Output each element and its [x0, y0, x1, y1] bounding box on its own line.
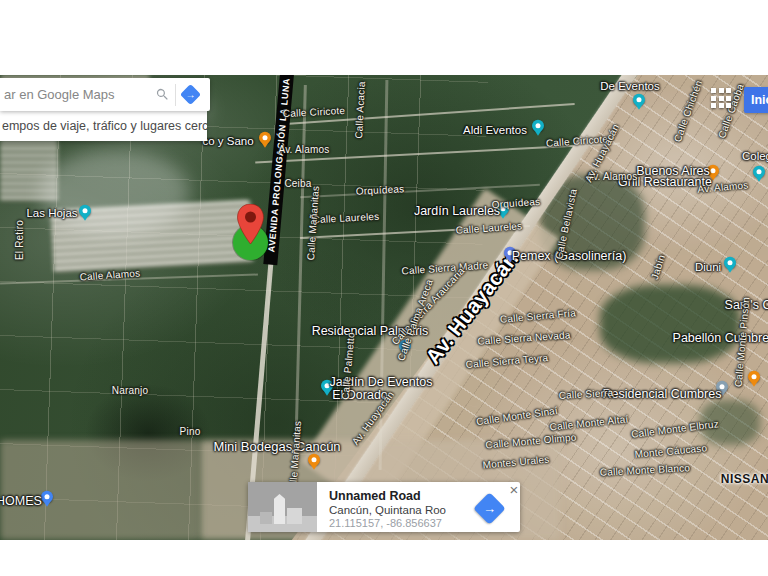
- search-divider: [175, 84, 176, 106]
- school-pin-icon[interactable]: [724, 257, 736, 269]
- event-venue-pin-icon[interactable]: [321, 380, 333, 392]
- thumbnail-building-shape: [287, 508, 302, 524]
- shopping-pin-icon[interactable]: [41, 491, 53, 503]
- residential-pin-icon[interactable]: [716, 381, 728, 393]
- street-view-thumbnail[interactable]: [248, 482, 317, 532]
- thumbnail-building-shape: [274, 494, 285, 524]
- google-apps-grid-icon[interactable]: [711, 88, 731, 108]
- search-box: →: [0, 78, 210, 111]
- google-maps-window: AVENIDA PROLONGACIÓN LA LUNA Av. Huayacá…: [0, 0, 768, 576]
- restaurant-pin-icon[interactable]: [748, 371, 760, 383]
- event-venue-pin-icon[interactable]: [497, 203, 509, 215]
- search-input[interactable]: [0, 87, 155, 102]
- search-icon[interactable]: [155, 87, 170, 102]
- card-directions-arrow-icon: →: [483, 502, 496, 515]
- suggestion-text: empos de viaje, tráfico y lugares cercan…: [0, 119, 207, 133]
- restaurant-pin-icon[interactable]: [259, 132, 271, 144]
- map-texture-trees: [700, 400, 760, 445]
- event-venue-pin-icon[interactable]: [633, 94, 645, 106]
- shopping-pin-icon[interactable]: [399, 340, 411, 352]
- directions-arrow-icon: →: [186, 90, 196, 100]
- directions-button[interactable]: →: [180, 84, 201, 105]
- travel-times-suggestion: empos de viaje, tráfico y lugares cercan…: [0, 111, 207, 141]
- sign-in-button[interactable]: Inic: [744, 87, 768, 113]
- shopping-pin-icon[interactable]: [308, 454, 320, 466]
- event-venue-pin-icon[interactable]: [532, 120, 544, 132]
- cloud-haze: [40, 150, 190, 235]
- map-texture-bottom-left-urban: [0, 440, 200, 540]
- place-pin-icon[interactable]: [79, 205, 91, 217]
- restaurant-pin-icon[interactable]: [707, 165, 719, 177]
- map-texture-park: [600, 285, 740, 363]
- red-pin-icon: [237, 204, 264, 244]
- map-canvas[interactable]: AVENIDA PROLONGACIÓN LA LUNA Av. Huayacá…: [0, 75, 768, 540]
- gas-station-pin-icon[interactable]: [504, 247, 516, 259]
- thumbnail-building-shape: [260, 512, 272, 524]
- school-pin-icon[interactable]: [753, 166, 765, 178]
- card-close-icon[interactable]: ×: [507, 483, 521, 497]
